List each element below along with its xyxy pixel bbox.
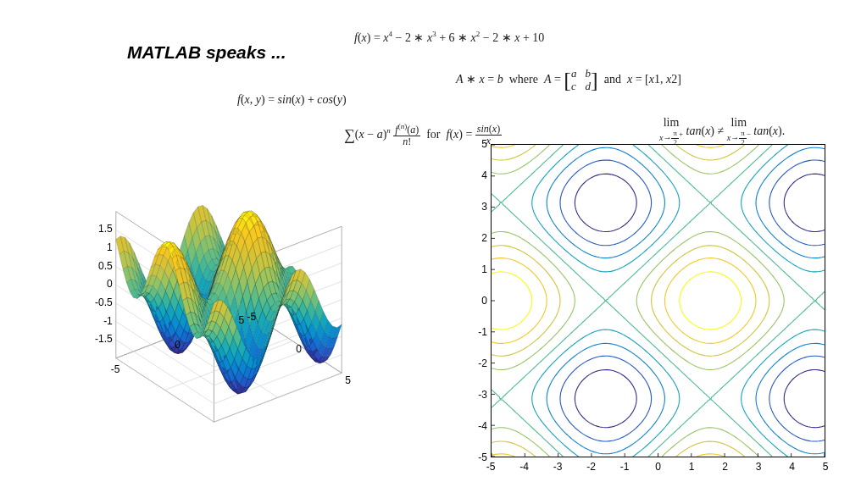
contour-ytick: 3	[472, 201, 487, 213]
svg-line-10	[116, 340, 214, 403]
contour-xtick: 2	[722, 461, 728, 473]
mat-a: a	[571, 68, 577, 80]
eq-poly: f(x) = x4 − 2 ∗ x3 + 6 ∗ x2 − 2 ∗ x + 10	[354, 30, 544, 45]
surface-xtick: 0	[175, 339, 181, 351]
contour-xtick: 1	[689, 461, 695, 473]
surface-ztick: -1	[87, 315, 113, 327]
contour-xtick: -2	[586, 461, 596, 473]
contour-xtick: 0	[655, 461, 661, 473]
contour-ytick: 1	[472, 263, 487, 275]
mat-c: c	[571, 80, 577, 93]
contour-svg	[492, 145, 825, 457]
contour-ytick: -1	[472, 326, 487, 338]
surface-ztick: 0.5	[87, 260, 113, 272]
contour-ytick: 0	[472, 295, 487, 307]
surface-xtick: 5	[239, 314, 245, 326]
surface-ztick: 0	[87, 278, 113, 290]
contour-axes	[491, 144, 825, 457]
eq-linear: A ∗ x = b where A = [ a b c d ] and x = …	[456, 68, 681, 93]
surface-xtick: -5	[111, 363, 120, 375]
surface-ztick: -1.5	[87, 333, 113, 345]
eq-limit: limx→π2+ tan(x) ≠ limx→π2− tan(x).	[659, 116, 785, 147]
contour-xtick: -4	[519, 461, 529, 473]
contour-ytick: -3	[472, 389, 487, 401]
page-title: MATLAB speaks ...	[127, 42, 286, 63]
contour-ytick: 2	[472, 232, 487, 244]
contour-plot: -5-4-3-2-1012345 -5-4-3-2-1012345	[469, 144, 834, 483]
contour-xtick: 3	[756, 461, 762, 473]
contour-ytick: -2	[472, 357, 487, 369]
contour-xtick: -3	[553, 461, 563, 473]
contour-xtick: -5	[486, 461, 496, 473]
surface-plot: -1.5-1-0.500.511.5 -505-505	[0, 102, 458, 457]
contour-ytick: 5	[472, 138, 487, 150]
surface-ytick: 0	[296, 343, 302, 355]
contour-ytick: -4	[472, 420, 487, 432]
surface-ztick: 1.5	[87, 223, 113, 235]
surface-svg	[0, 102, 458, 457]
surface-ztick: -0.5	[87, 296, 113, 308]
contour-xtick: 4	[789, 461, 795, 473]
contour-xtick: -1	[620, 461, 630, 473]
surface-ytick: 5	[345, 374, 351, 386]
contour-ytick: -5	[472, 451, 487, 463]
contour-xtick: 5	[823, 461, 829, 473]
surface-ztick: 1	[87, 241, 113, 253]
surface-ytick: -5	[247, 311, 257, 323]
contour-ytick: 4	[472, 169, 487, 181]
